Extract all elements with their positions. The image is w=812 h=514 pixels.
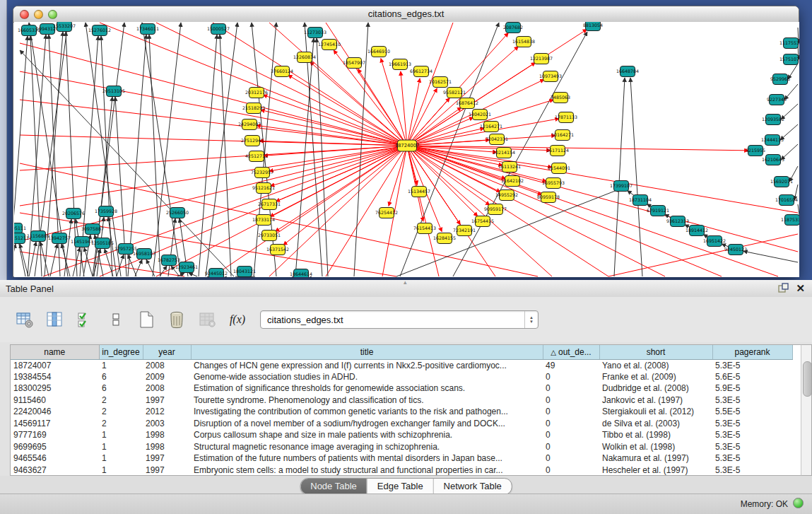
cell-name: 9463627	[11, 465, 99, 477]
graph-node[interactable]: 8813054	[583, 22, 603, 31]
column-header-in_degree[interactable]: in_degree	[99, 345, 143, 359]
float-panel-icon[interactable]	[778, 283, 789, 293]
table-row[interactable]: 2242004622012Investigating the contribut…	[11, 406, 792, 418]
graph-node[interactable]: 18043121	[233, 267, 256, 277]
graph-node[interactable]: 16782753	[158, 255, 180, 266]
network-canvas[interactable]: 2031217621518293242940072751294542512712…	[14, 22, 799, 277]
column-header-title[interactable]: title	[191, 345, 543, 359]
table-select-dropdown[interactable]: citations_edges.txt ▲▼	[260, 310, 539, 329]
graph-edge	[407, 100, 553, 146]
graph-node[interactable]: 16951422	[703, 236, 726, 247]
function-builder-icon[interactable]: f(x)	[227, 309, 248, 330]
graph-node[interactable]: 75232957	[251, 168, 273, 178]
graph-node[interactable]: 15000527	[207, 24, 230, 35]
close-panel-icon[interactable]: ✕	[796, 283, 805, 293]
graph-node[interactable]: 76154413	[413, 223, 436, 234]
graph-node[interactable]: 91544091	[548, 163, 570, 174]
graph-node[interactable]: 16284155	[433, 233, 456, 244]
table-row[interactable]: 1872400712008Changes of HCN gene express…	[11, 359, 792, 371]
new-document-icon[interactable]	[136, 309, 157, 330]
table-row[interactable]: 911546021997Tourette syndrome. Phenomeno…	[11, 395, 792, 407]
graph-node[interactable]: 18644614	[290, 269, 312, 278]
graph-node[interactable]: 12213987	[530, 54, 553, 64]
table-row[interactable]: 946554611997Estimation of the future num…	[11, 452, 792, 465]
delete-trash-icon[interactable]	[166, 309, 187, 330]
graph-node[interactable]: 7485063	[551, 93, 570, 103]
rows-icon[interactable]	[105, 309, 126, 330]
graph-node[interactable]: 69612734	[410, 66, 433, 77]
graph-node[interactable]: 11273033	[304, 28, 326, 38]
graph-node[interactable]: 11875333	[781, 215, 799, 226]
splitter-collapse-icon[interactable]: ▴	[404, 279, 407, 286]
graph-node[interactable]: 19943120	[36, 24, 59, 35]
graph-node[interactable]: 21518293	[242, 103, 265, 114]
graph-node[interactable]: 29733051	[258, 230, 281, 241]
graph-node[interactable]: 16371542	[266, 245, 289, 255]
graph-node[interactable]: 16646910	[367, 47, 390, 57]
scrollbar-thumb[interactable]	[803, 361, 812, 397]
graph-node[interactable]: 92445012	[205, 269, 228, 278]
cell-short: Yano et al. (2008)	[599, 359, 712, 371]
table-row[interactable]: 969969511998Structural magnetic resonanc…	[11, 441, 792, 453]
table-row[interactable]: 1830029562008Estimation of significance …	[11, 382, 792, 395]
graph-node[interactable]: 11175533	[779, 38, 799, 49]
graph-edge	[780, 124, 798, 140]
table-row[interactable]: 946362711997Embryonic stem cells: a mode…	[11, 465, 792, 477]
graph-node[interactable]: 18731104	[629, 195, 652, 206]
graph-node[interactable]: 16113241	[498, 162, 521, 173]
graph-node[interactable]: 17346011	[136, 24, 159, 35]
table-row[interactable]: 1456911722003Disruption of a novel membe…	[11, 418, 792, 430]
graph-node[interactable]: 20206576	[62, 209, 85, 219]
memory-ok-indicator[interactable]	[793, 498, 804, 508]
column-header-year[interactable]: year	[143, 345, 191, 359]
column-header-out_de[interactable]: △out_de...	[543, 345, 599, 359]
column-header-pagerank[interactable]: pagerank	[712, 345, 792, 359]
select-all-check-icon[interactable]	[75, 309, 96, 330]
table-row[interactable]: 977716911998Corpus callosum shape and si…	[11, 429, 792, 441]
table-settings-icon[interactable]	[14, 309, 35, 330]
graph-node[interactable]: 2087682	[503, 23, 523, 33]
cell-short: Nakamura et al. (1997)	[599, 452, 712, 465]
graph-node[interactable]: 39151211	[14, 233, 29, 244]
graph-node[interactable]: 17359928	[95, 206, 117, 217]
graph-node[interactable]: 19661913	[389, 59, 411, 70]
graph-node[interactable]: 9529966	[770, 74, 790, 85]
graph-node[interactable]: 15533207	[53, 22, 76, 32]
select-column-icon[interactable]	[45, 309, 66, 330]
graph-node[interactable]: 16605331	[18, 25, 40, 36]
tab-edge-table[interactable]: Edge Table	[367, 479, 433, 494]
graph-node[interactable]: 25266050	[166, 208, 189, 218]
graph-node[interactable]: 13942757	[48, 233, 71, 244]
graph-node[interactable]: 67919121	[647, 206, 669, 216]
column-header-short[interactable]: short	[599, 345, 712, 359]
graph-node[interactable]: 17871133	[555, 112, 577, 123]
graph-node[interactable]: 16154838	[512, 37, 535, 47]
graph-edge	[784, 84, 798, 100]
graph-node[interactable]: 12745410	[318, 40, 341, 50]
graph-node[interactable]: 18724007	[395, 140, 420, 151]
graph-node[interactable]: 15276012	[88, 25, 111, 36]
graph-node[interactable]: 95121621	[252, 183, 275, 194]
table-panel-title: Table Panel	[6, 284, 54, 294]
table-vertical-scrollbar[interactable]	[801, 344, 812, 476]
cell-title: Embryonic stem cells: a model to study s…	[191, 465, 543, 477]
graph-node[interactable]: 72342191	[453, 226, 476, 236]
graph-node[interactable]: 17399107	[610, 181, 632, 192]
cell-name: 9777169	[11, 429, 99, 441]
graph-node[interactable]: 9215955	[746, 146, 765, 156]
graph-node[interactable]: 16648784	[616, 66, 639, 77]
tab-node-table[interactable]: Node Table	[300, 479, 367, 494]
network-window-titlebar[interactable]: citations_edges.txt	[13, 6, 799, 23]
graph-node[interactable]: 9227349	[767, 95, 787, 105]
graph-node[interactable]: 12164271	[480, 122, 502, 132]
column-header-name[interactable]: name	[11, 345, 99, 359]
sort-ascending-icon: △	[551, 349, 556, 356]
cell-name: 22420046	[11, 406, 99, 418]
graph-node[interactable]: 10164271	[551, 130, 574, 141]
table-row[interactable]: 1938455462009Genome-wide association stu…	[11, 371, 792, 383]
graph-node[interactable]: 13505111	[14, 223, 26, 234]
cell-short: Dudbridge et al. (2008)	[599, 382, 712, 395]
graph-node[interactable]: 15751074	[779, 54, 799, 65]
tab-network-table[interactable]: Network Table	[433, 479, 512, 494]
graph-edge	[788, 64, 798, 79]
